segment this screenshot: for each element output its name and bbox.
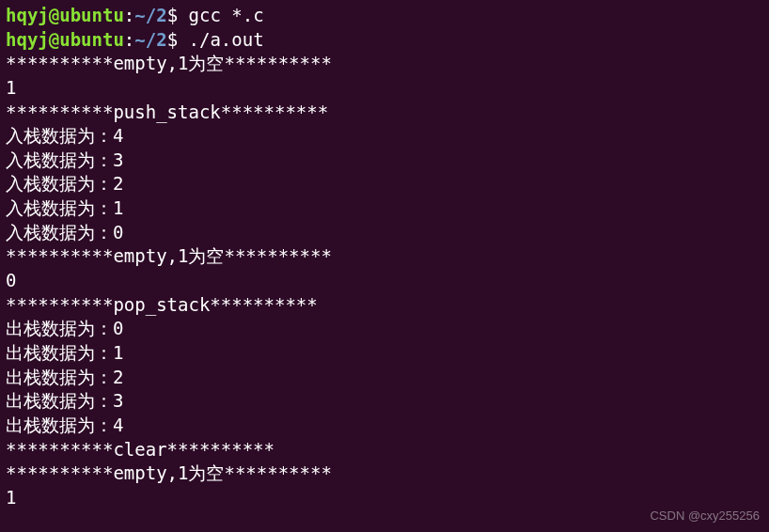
working-dir: ~/2 bbox=[134, 5, 166, 25]
output-line: 入栈数据为：2 bbox=[6, 172, 763, 196]
command-2: ./a.out bbox=[189, 29, 264, 50]
output-line: **********empty,1为空********** bbox=[6, 462, 763, 486]
output-line: **********push_stack********** bbox=[6, 101, 763, 125]
prompt-symbol: $ bbox=[167, 5, 189, 25]
user-host: hqyj@ubuntu bbox=[6, 5, 124, 25]
output-line: **********clear********** bbox=[6, 438, 763, 462]
watermark: CSDN @cxy255256 bbox=[650, 508, 760, 524]
output-line: 入栈数据为：0 bbox=[6, 221, 763, 245]
colon: : bbox=[124, 5, 134, 25]
output-line: 1 bbox=[6, 76, 763, 101]
output-line: **********empty,1为空********** bbox=[6, 244, 763, 269]
output-line: 出栈数据为：2 bbox=[6, 366, 763, 390]
output-line: 0 bbox=[6, 269, 763, 293]
command-1: gcc *.c bbox=[189, 5, 264, 25]
prompt-line-2[interactable]: hqyj@ubuntu:~/2$ ./a.out bbox=[6, 28, 763, 53]
user-host: hqyj@ubuntu bbox=[6, 29, 124, 50]
prompt-line-1[interactable]: hqyj@ubuntu:~/2$ gcc *.c bbox=[6, 4, 763, 28]
output-line: 1 bbox=[6, 486, 763, 510]
output-line: 入栈数据为：1 bbox=[6, 196, 763, 221]
output-line: 入栈数据为：3 bbox=[6, 149, 763, 173]
colon: : bbox=[124, 29, 134, 50]
terminal-window: hqyj@ubuntu:~/2$ gcc *.c hqyj@ubuntu:~/2… bbox=[6, 4, 763, 509]
output-line: 出栈数据为：3 bbox=[6, 389, 763, 414]
output-line: 出栈数据为：1 bbox=[6, 341, 763, 366]
output-line: 出栈数据为：4 bbox=[6, 414, 763, 438]
output-line: **********empty,1为空********** bbox=[6, 52, 763, 76]
output-line: **********pop_stack********** bbox=[6, 293, 763, 318]
prompt-symbol: $ bbox=[167, 29, 189, 50]
output-line: 入栈数据为：4 bbox=[6, 124, 763, 149]
output-line: 出栈数据为：0 bbox=[6, 317, 763, 341]
working-dir: ~/2 bbox=[134, 29, 166, 50]
